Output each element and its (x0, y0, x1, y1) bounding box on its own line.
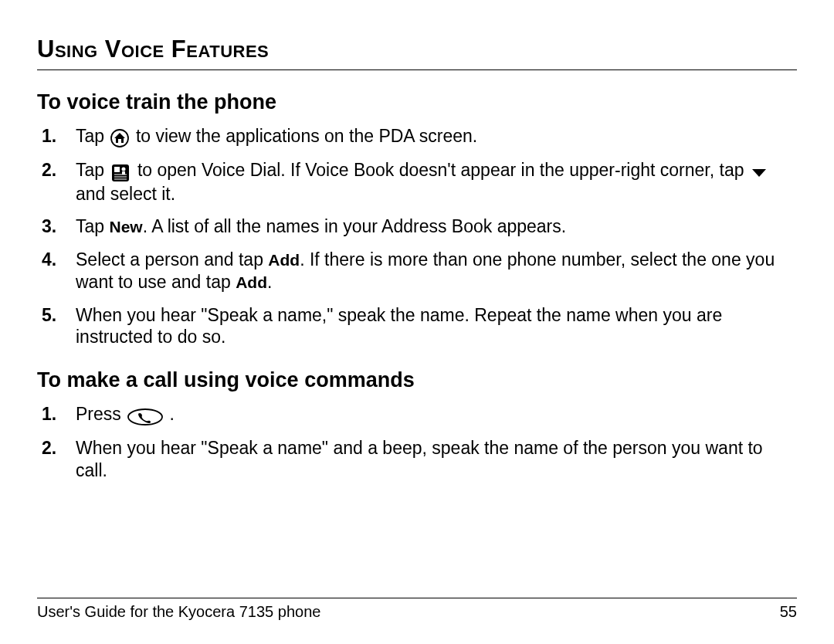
step-text: Press (76, 404, 126, 424)
svg-rect-2 (114, 167, 120, 172)
list-item: Select a person and tap Add. If there is… (37, 249, 797, 293)
dropdown-triangle-icon (751, 161, 768, 183)
step-text: . A list of all the names in your Addres… (143, 216, 566, 236)
step-text: Tap (76, 160, 109, 180)
page-footer: User's Guide for the Kyocera 7135 phone … (37, 598, 797, 621)
footer-page-number: 55 (780, 603, 797, 621)
steps-list-2: Press . When you hear "Speak a name" and… (37, 403, 797, 482)
page-title: Using Voice Features (37, 36, 797, 70)
ui-label-new: New (109, 218, 142, 236)
call-button-icon (127, 405, 163, 427)
step-text: Tap (76, 126, 109, 146)
svg-rect-4 (122, 171, 125, 175)
ui-label-add: Add (236, 273, 267, 291)
steps-list-1: Tap to view the applications on the PDA … (37, 125, 797, 348)
step-text: Select a person and tap (76, 249, 268, 269)
list-item: Tap to open Voice Dial. If Voice Book do… (37, 159, 797, 205)
list-item: Press . (37, 403, 797, 426)
list-item: Tap to view the applications on the PDA … (37, 125, 797, 148)
footer-guide-title: User's Guide for the Kyocera 7135 phone (37, 603, 320, 621)
step-text: . (267, 272, 272, 292)
home-icon (110, 127, 129, 149)
step-text: to view the applications on the PDA scre… (136, 126, 477, 146)
step-text: to open Voice Dial. If Voice Book doesn'… (137, 160, 749, 180)
section-heading-1: To voice train the phone (37, 90, 797, 114)
svg-point-5 (128, 409, 162, 425)
step-text: Tap (76, 216, 109, 236)
step-text: When you hear "Speak a name," speak the … (76, 305, 722, 347)
section-heading-2: To make a call using voice commands (37, 368, 797, 392)
list-item: Tap New. A list of all the names in your… (37, 215, 797, 238)
voice-dial-icon (110, 161, 131, 183)
step-text: When you hear "Speak a name" and a beep,… (76, 438, 763, 480)
list-item: When you hear "Speak a name," speak the … (37, 304, 797, 349)
list-item: When you hear "Speak a name" and a beep,… (37, 437, 797, 482)
step-text: and select it. (76, 184, 175, 204)
step-text: . (170, 404, 175, 424)
svg-point-3 (122, 167, 126, 171)
ui-label-add: Add (268, 251, 300, 269)
